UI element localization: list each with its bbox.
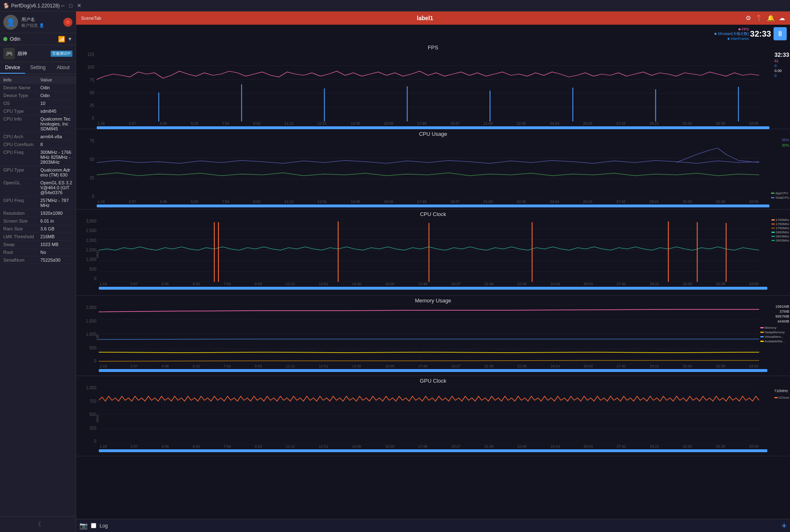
info-row: Swap 1023 MB	[0, 241, 76, 249]
info-row-value: 257MHz - 787MHz	[40, 198, 72, 208]
memory-legend: 1991MB 37MB 9957MB 444MB Memory SwapMemo…	[760, 304, 789, 343]
info-row-value: 10	[40, 101, 72, 106]
gpu-clock-chart-panel: GPU Clock 1,0007505002500 MHz	[76, 376, 790, 456]
collapse-button[interactable]: 《	[0, 516, 76, 532]
info-row-label: Device Name	[3, 85, 40, 90]
info-row: CPU Freq 300MHz - 1766MHz 825MHz - 2803M…	[0, 149, 76, 166]
add-chart-button[interactable]: +	[781, 520, 787, 531]
info-row-value: sdm845	[40, 109, 72, 114]
tab-about[interactable]: About	[51, 62, 76, 74]
info-row: CPU Info Qualcomm Technologies, Inc SDM8…	[0, 115, 76, 133]
info-row: GPU Type Qualcomm Adreno (TM) 630	[0, 166, 76, 179]
avatar: 👤	[3, 15, 18, 30]
fps-chart-panel: FPS 1251007550250	[76, 43, 790, 129]
info-row: Screen Size 6.01 in	[0, 217, 76, 225]
gpu-clock-scrollbar[interactable]	[99, 449, 767, 452]
cpu-usage-right-values: 35% 30%	[782, 138, 789, 147]
maximize-button[interactable]: □	[68, 3, 74, 9]
controls-bar: 32:33 ⏸ ■ FPS ■ Sfrostart(卡顿次数) ■ InterF…	[76, 25, 790, 43]
memory-chart-area: 2,0001,5001,0005000 MB	[99, 304, 759, 364]
cpu-clock-svg	[99, 218, 759, 282]
cpu-clock-chart-panel: CPU Clock 3,0002,5002,0001,5001,0005000 …	[76, 209, 790, 296]
info-row-label: CPU Info	[3, 116, 40, 121]
cpu-usage-scrollbar[interactable]	[97, 204, 769, 207]
gpu-clock-y-axis: 1,0007505002500	[77, 385, 98, 444]
memory-scrollbar[interactable]	[99, 369, 767, 372]
info-row: CPU CoreNum 8	[0, 141, 76, 149]
info-row-value: 300MHz - 1766MHz 825MHz - 2803MHz	[40, 150, 72, 165]
scene-label: label1	[105, 15, 746, 21]
device-status-indicator	[3, 37, 7, 41]
info-row: Device Name Odin	[0, 84, 76, 92]
cpu-clock-y-axis: 3,0002,5002,0001,5001,0005000	[77, 218, 98, 282]
info-row-label: CPU CoreNum	[3, 142, 40, 147]
fps-chart-area: 1251007550250	[97, 51, 759, 121]
info-row: CPU Arch arm64-v8a	[0, 133, 76, 141]
info-row-value: No	[40, 250, 72, 255]
gpu-clock-x-axis: 1:182:574:366:157:549:3311:1212:5114:301…	[99, 444, 759, 448]
game-tag-badge: 官服测试中	[51, 51, 72, 57]
info-row-label: OS	[3, 101, 40, 106]
info-row-value: 75225d30	[40, 258, 72, 263]
pause-button[interactable]: ⏸	[774, 27, 787, 40]
cpu-usage-y-axis: 7550250	[77, 138, 96, 200]
gpu-clock-svg	[99, 385, 759, 444]
user-section: 👤 用户名 账户信息 👤	[0, 12, 76, 33]
bottom-bar: 📷 Log +	[76, 519, 790, 532]
log-toggle[interactable]: Log	[91, 523, 108, 529]
location-icon[interactable]: 📍	[755, 14, 763, 22]
wifi-icon: 📶	[58, 36, 65, 42]
cpu-clock-scrollbar[interactable]	[99, 287, 767, 290]
info-row-value: 6.01 in	[40, 218, 72, 223]
info-col-label: Info	[3, 77, 40, 82]
memory-x-axis: 1:182:574:366:157:549:3311:1212:5114:301…	[99, 364, 759, 368]
info-row-label: CPU Arch	[3, 134, 40, 139]
info-row-value: Qualcomm Technologies, Inc SDM845	[40, 116, 72, 131]
info-row-label: CPU Freq	[3, 150, 40, 155]
info-row-label: OpenGL	[3, 180, 40, 185]
cpu-clock-legend: 1766Mhz 1766Mhz 1760Mhz 2860Mhz 2803Mhz …	[771, 218, 789, 242]
cpu-clock-chart-area: 3,0002,5002,0001,5001,0005000 MHz	[99, 218, 759, 282]
screenshot-icon[interactable]: 📷	[79, 522, 88, 530]
cpu-usage-chart-area: 7550250 35%	[97, 138, 759, 200]
info-row: LMK Threshold 216MB	[0, 233, 76, 241]
fps-legend: ■ FPS ■ Sfrostart(卡顿次数) ■ InterFrame	[714, 27, 749, 41]
tab-setting[interactable]: Setting	[25, 62, 50, 74]
info-row-label: Device Type	[3, 93, 40, 98]
settings-icon[interactable]: ⚙	[746, 14, 751, 22]
info-row-label: Screen Size	[3, 218, 40, 223]
info-row: GPU Freq 257MHz - 787MHz	[0, 197, 76, 209]
app-container: 👤 用户名 账户信息 👤 Odin 📶 ▼ 🎮 崩神 官服测试中 Device	[0, 12, 790, 532]
cpu-clock-x-axis: 1:182:574:366:157:549:3311:1212:5114:301…	[99, 282, 759, 286]
info-col-value: Value	[40, 77, 52, 82]
info-row: Resolution 1920x1080	[0, 209, 76, 217]
info-row-value: Odin	[40, 93, 72, 98]
gpu-clock-chart-title: GPU Clock	[76, 376, 790, 385]
record-button[interactable]	[63, 18, 72, 27]
info-row-value: 1920x1080	[40, 211, 72, 216]
info-row: Root No	[0, 249, 76, 256]
info-row: Device Type Odin	[0, 92, 76, 100]
fps-right-values: 32:33 61 0 0.00 0	[774, 51, 789, 78]
gpu-clock-chart-area: 1,0007505002500 MHz	[99, 385, 759, 444]
close-button[interactable]: ✕	[76, 3, 82, 9]
charts-area[interactable]: FPS 1251007550250	[76, 43, 790, 519]
dropdown-icon[interactable]: ▼	[67, 36, 72, 42]
log-checkbox[interactable]	[91, 523, 96, 528]
memory-chart-title: Memory Usage	[76, 296, 790, 304]
cpu-usage-x-axis: 1:182:574:366:157:549:3311:1212:5114:301…	[97, 200, 759, 204]
info-row-label: Ram Size	[3, 226, 40, 231]
minimize-button[interactable]: ─	[60, 3, 65, 9]
cloud-icon[interactable]: ☁	[779, 14, 785, 22]
device-section: Odin 📶 ▼	[0, 33, 76, 45]
info-row-label: Resolution	[3, 211, 40, 216]
main-content: SceneTab label1 ⚙ 📍 🔔 ☁ 32:33 ⏸ ■ FPS ■ …	[76, 12, 790, 532]
fps-scrollbar[interactable]	[97, 126, 769, 129]
info-table: Info Value Device Name Odin Device Type …	[0, 74, 76, 516]
info-row: Ram Size 3.6 GB	[0, 225, 76, 233]
tab-device[interactable]: Device	[0, 62, 25, 74]
info-row-label: Root	[3, 250, 40, 255]
bell-icon[interactable]: 🔔	[767, 14, 775, 22]
cpu-usage-legend: AppCPU TotalCPU	[771, 191, 789, 200]
info-table-header: Info Value	[0, 76, 76, 84]
